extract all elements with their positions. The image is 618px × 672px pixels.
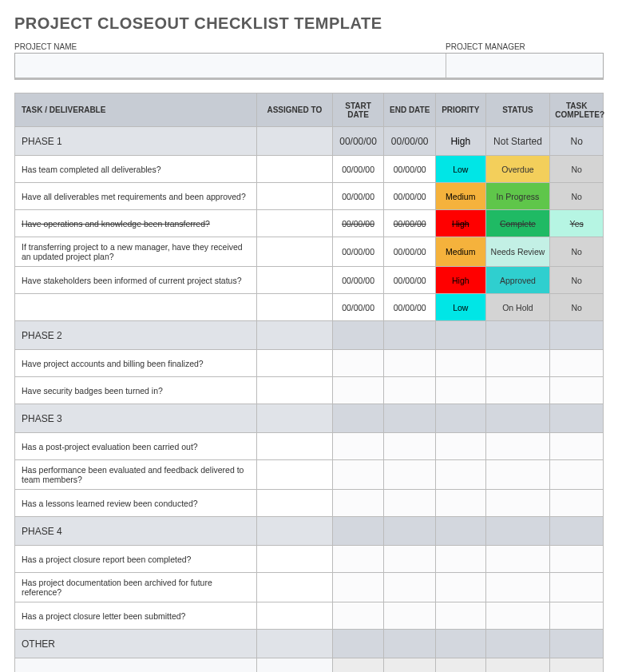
end-date-cell[interactable] (384, 546, 436, 573)
complete-cell[interactable]: Yes (550, 210, 604, 237)
assigned-cell[interactable] (256, 546, 332, 573)
complete-cell[interactable]: No (550, 127, 604, 156)
complete-cell[interactable]: No (550, 183, 604, 210)
status-cell[interactable]: Needs Review (485, 237, 550, 267)
priority-cell[interactable] (435, 404, 485, 433)
start-date-cell[interactable] (332, 321, 384, 350)
priority-cell[interactable] (435, 546, 485, 573)
end-date-cell[interactable] (384, 490, 436, 517)
end-date-cell[interactable] (384, 433, 436, 460)
task-cell[interactable]: Has a post-project evaluation been carri… (15, 433, 257, 460)
start-date-cell[interactable] (332, 517, 384, 546)
start-date-cell[interactable]: 00/00/00 (332, 156, 384, 183)
assigned-cell[interactable] (256, 630, 332, 658)
assigned-cell[interactable] (256, 127, 332, 156)
end-date-cell[interactable] (384, 350, 436, 377)
task-cell[interactable]: Have all deliverables met requirements a… (15, 183, 257, 210)
assigned-cell[interactable] (256, 350, 332, 377)
end-date-cell[interactable]: 00/00/00 (384, 183, 436, 210)
priority-cell[interactable] (435, 350, 485, 377)
status-cell[interactable] (485, 602, 550, 630)
project-manager-input[interactable] (446, 54, 603, 78)
task-cell[interactable]: Has team completed all deliverables? (15, 156, 257, 183)
status-cell[interactable] (485, 573, 550, 602)
start-date-cell[interactable] (332, 377, 384, 404)
complete-cell[interactable] (550, 602, 604, 630)
end-date-cell[interactable] (384, 573, 436, 602)
complete-cell[interactable] (550, 517, 604, 546)
assigned-cell[interactable] (256, 404, 332, 433)
complete-cell[interactable]: No (550, 294, 604, 321)
end-date-cell[interactable] (384, 377, 436, 404)
end-date-cell[interactable]: 00/00/00 (384, 237, 436, 267)
complete-cell[interactable] (550, 460, 604, 490)
complete-cell[interactable] (550, 546, 604, 573)
task-cell[interactable]: Have stakeholders been informed of curre… (15, 267, 257, 294)
start-date-cell[interactable] (332, 573, 384, 602)
priority-cell[interactable]: Low (435, 156, 485, 183)
assigned-cell[interactable] (256, 321, 332, 350)
end-date-cell[interactable] (384, 517, 436, 546)
priority-cell[interactable] (435, 630, 485, 658)
priority-cell[interactable] (435, 602, 485, 630)
priority-cell[interactable] (435, 517, 485, 546)
priority-cell[interactable]: Low (435, 294, 485, 321)
status-cell[interactable] (485, 546, 550, 573)
task-cell[interactable]: Have security badges been turned in? (15, 377, 257, 404)
status-cell[interactable]: Complete (485, 210, 550, 237)
complete-cell[interactable] (550, 377, 604, 404)
assigned-cell[interactable] (256, 573, 332, 602)
priority-cell[interactable]: Medium (435, 237, 485, 267)
end-date-cell[interactable] (384, 460, 436, 490)
start-date-cell[interactable] (332, 630, 384, 658)
assigned-cell[interactable] (256, 183, 332, 210)
start-date-cell[interactable]: 00/00/00 (332, 267, 384, 294)
project-name-input[interactable] (15, 54, 446, 78)
status-cell[interactable]: Approved (485, 267, 550, 294)
task-cell[interactable]: OTHER (15, 630, 257, 658)
complete-cell[interactable] (550, 350, 604, 377)
assigned-cell[interactable] (256, 490, 332, 517)
end-date-cell[interactable]: 00/00/00 (384, 210, 436, 237)
assigned-cell[interactable] (256, 156, 332, 183)
task-cell[interactable]: PHASE 2 (15, 321, 257, 350)
assigned-cell[interactable] (256, 433, 332, 460)
start-date-cell[interactable] (332, 460, 384, 490)
status-cell[interactable]: Not Started (485, 127, 550, 156)
status-cell[interactable] (485, 404, 550, 433)
start-date-cell[interactable] (332, 350, 384, 377)
start-date-cell[interactable] (332, 602, 384, 630)
complete-cell[interactable]: No (550, 267, 604, 294)
end-date-cell[interactable]: 00/00/00 (384, 267, 436, 294)
start-date-cell[interactable] (332, 490, 384, 517)
status-cell[interactable] (485, 433, 550, 460)
complete-cell[interactable] (550, 321, 604, 350)
status-cell[interactable] (485, 490, 550, 517)
task-cell[interactable]: PHASE 4 (15, 517, 257, 546)
end-date-cell[interactable]: 00/00/00 (384, 127, 436, 156)
start-date-cell[interactable]: 00/00/00 (332, 294, 384, 321)
priority-cell[interactable] (435, 433, 485, 460)
priority-cell[interactable]: Medium (435, 183, 485, 210)
complete-cell[interactable]: No (550, 156, 604, 183)
end-date-cell[interactable]: 00/00/00 (384, 294, 436, 321)
task-cell[interactable]: PHASE 1 (15, 127, 257, 156)
status-cell[interactable]: Overdue (485, 156, 550, 183)
task-cell[interactable]: Have operations and knowledge been trans… (15, 210, 257, 237)
status-cell[interactable] (485, 377, 550, 404)
task-cell[interactable]: Has a project closure report been comple… (15, 546, 257, 573)
priority-cell[interactable] (435, 377, 485, 404)
priority-cell[interactable] (435, 321, 485, 350)
priority-cell[interactable] (435, 573, 485, 602)
assigned-cell[interactable] (256, 210, 332, 237)
assigned-cell[interactable] (256, 602, 332, 630)
task-cell[interactable]: Have project accounts and billing been f… (15, 350, 257, 377)
assigned-cell[interactable] (256, 517, 332, 546)
assigned-cell[interactable] (256, 294, 332, 321)
end-date-cell[interactable] (384, 404, 436, 433)
complete-cell[interactable] (550, 490, 604, 517)
task-cell[interactable]: Has a project closure letter been submit… (15, 602, 257, 630)
priority-cell[interactable]: High (435, 210, 485, 237)
start-date-cell[interactable] (332, 546, 384, 573)
end-date-cell[interactable] (384, 321, 436, 350)
